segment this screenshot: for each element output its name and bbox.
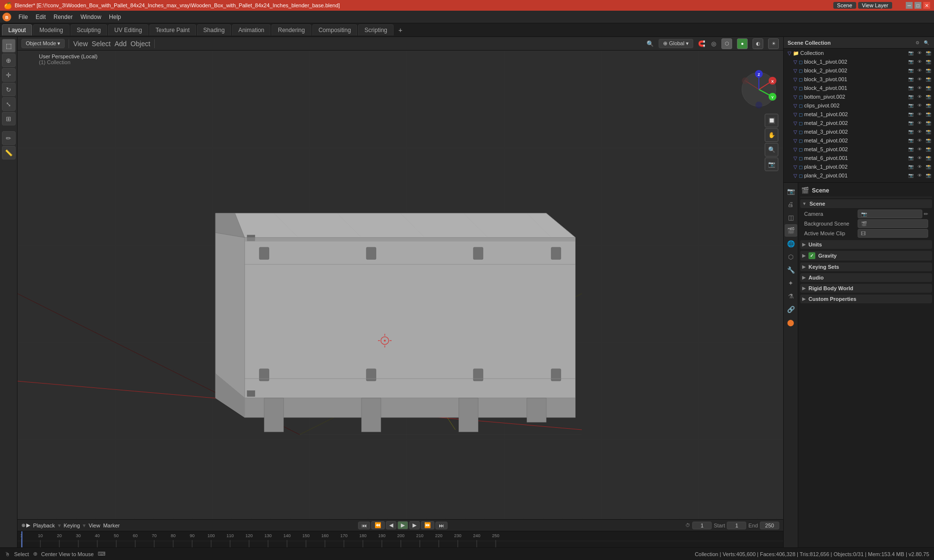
outliner-item-camera-btn[interactable]: 📷 <box>907 75 915 83</box>
gravity-section-header[interactable]: ▶ ✓ Gravity <box>800 251 932 261</box>
outliner-item-eye-btn[interactable]: 👁 <box>916 67 923 74</box>
add-workspace-button[interactable]: + <box>395 24 406 36</box>
menu-edit[interactable]: Edit <box>32 13 50 21</box>
select-tool[interactable]: ⬚ <box>2 39 16 52</box>
outliner-item-eye-btn[interactable]: 👁 <box>916 154 923 162</box>
object-mode-selector[interactable]: Object Mode ▾ <box>21 39 65 48</box>
outliner-item[interactable]: ▽ ◻ metal_2_pivot.002 📷 👁 📸 <box>784 119 934 127</box>
camera-view-btn[interactable]: 📷 <box>765 158 778 171</box>
solid-shading-btn[interactable]: ● <box>737 38 748 49</box>
scene-section-header[interactable]: ▼ Scene <box>800 199 932 208</box>
outliner-item-render-btn[interactable]: 📸 <box>924 137 932 144</box>
audio-section-header[interactable]: ▶ Audio <box>800 273 932 282</box>
outliner-item-eye-btn[interactable]: 👁 <box>916 163 923 171</box>
view-layer-selector[interactable]: View Layer <box>858 2 892 9</box>
constraints-props-tab[interactable]: 🔗 <box>785 303 797 315</box>
camera-value[interactable]: 📷 <box>858 210 922 218</box>
outliner-item-render-btn[interactable]: 📸 <box>924 128 932 136</box>
outliner-item-render-btn[interactable]: 📸 <box>924 49 932 57</box>
outliner-item-render-btn[interactable]: 📸 <box>924 163 932 171</box>
tab-uv-editing[interactable]: UV Editing <box>108 24 148 35</box>
end-frame-input[interactable]: 250 <box>760 522 779 529</box>
view-menu-timeline[interactable]: View <box>89 523 100 528</box>
outliner-item[interactable]: ▽ ◻ clips_pivot.002 📷 👁 📸 <box>784 101 934 110</box>
outliner-item[interactable]: ▽ ◻ bottom_pivot.002 📷 👁 📸 <box>784 92 934 101</box>
outliner-item-render-btn[interactable]: 📸 <box>924 154 932 162</box>
outliner-item-eye-btn[interactable]: 👁 <box>916 58 923 66</box>
outliner-item-eye-btn[interactable]: 👁 <box>916 93 923 101</box>
prev-frame-btn[interactable]: ◀ <box>386 521 396 529</box>
timeline-mode-selector[interactable]: ⊕ ▶ <box>21 522 30 528</box>
outliner-item-camera-btn[interactable]: 📷 <box>907 67 915 74</box>
outliner-item[interactable]: ▽ 📁 Collection 📷 👁 📸 <box>784 49 934 57</box>
outliner-item-camera-btn[interactable]: 📷 <box>907 84 915 92</box>
close-button[interactable]: ✕ <box>923 2 930 9</box>
outliner-item-camera-btn[interactable]: 📷 <box>907 137 915 144</box>
render-props-tab[interactable]: 📷 <box>785 185 797 197</box>
start-frame-input[interactable]: 1 <box>727 522 746 529</box>
tab-sculpting[interactable]: Sculpting <box>71 24 107 35</box>
outliner-item-camera-btn[interactable]: 📷 <box>907 154 915 162</box>
move-tool[interactable]: ✛ <box>2 68 16 82</box>
transform-tool[interactable]: ⊞ <box>2 112 16 125</box>
outliner-item[interactable]: ▽ ◻ metal_5_pivot.002 📷 👁 📸 <box>784 145 934 154</box>
navigation-gizmo[interactable]: X Y Z <box>739 70 778 109</box>
outliner-item-camera-btn[interactable]: 📷 <box>907 128 915 136</box>
outliner-item[interactable]: ▽ ◻ metal_3_pivot.002 📷 👁 📸 <box>784 127 934 136</box>
scene-canvas[interactable]: X Y Z 🔲 ✋ 🔍 📷 <box>18 51 783 547</box>
timeline-ruler[interactable]: 1 10 20 30 40 50 60 70 <box>18 531 783 547</box>
outliner-item-render-btn[interactable]: 📸 <box>924 67 932 74</box>
minimize-button[interactable]: ─ <box>906 2 913 9</box>
tab-texture-paint[interactable]: Texture Paint <box>149 24 196 35</box>
scene-props-tab[interactable]: 🎬 <box>785 224 797 237</box>
outliner-item-eye-btn[interactable]: 👁 <box>916 128 923 136</box>
viewport-overlay-btn[interactable]: ◎ <box>711 40 716 47</box>
current-frame-display[interactable]: 1 <box>692 522 712 529</box>
snap-icon[interactable]: 🧲 <box>698 40 705 47</box>
tab-scripting[interactable]: Scripting <box>358 24 394 35</box>
outliner-item-eye-btn[interactable]: 👁 <box>916 84 923 92</box>
particles-props-tab[interactable]: ✦ <box>785 277 797 289</box>
outliner-item[interactable]: ▽ ◻ metal_6_pivot.001 📷 👁 📸 <box>784 154 934 162</box>
tab-layout[interactable]: Layout <box>2 24 32 35</box>
outliner-item-render-btn[interactable]: 📸 <box>924 110 932 118</box>
wireframe-shading-btn[interactable]: ⬡ <box>721 38 732 49</box>
outliner-item-eye-btn[interactable]: 👁 <box>916 172 923 179</box>
active-movie-clip-value[interactable]: 🎞 <box>858 229 928 238</box>
view-layer-props-tab[interactable]: ◫ <box>785 211 797 224</box>
outliner-item-render-btn[interactable]: 📸 <box>924 75 932 83</box>
outliner-item-eye-btn[interactable]: 👁 <box>916 49 923 57</box>
zoom-in-btn[interactable]: 🔲 <box>765 114 778 127</box>
engine-selector[interactable]: Scene <box>833 2 856 9</box>
tab-compositing[interactable]: Compositing <box>312 24 358 35</box>
tab-shading[interactable]: Shading <box>197 24 231 35</box>
global-transform-selector[interactable]: ⊕ Global ▾ <box>659 39 693 48</box>
world-props-tab[interactable]: 🌐 <box>785 237 797 250</box>
menu-window[interactable]: Window <box>76 13 105 21</box>
outliner-item-camera-btn[interactable]: 📷 <box>907 110 915 118</box>
marker-menu[interactable]: Marker <box>103 523 120 528</box>
outliner-item-eye-btn[interactable]: 👁 <box>916 75 923 83</box>
viewport-object-menu[interactable]: Object <box>130 40 150 48</box>
outliner-search-btn[interactable]: 🔍 <box>922 39 930 47</box>
outliner-item-eye-btn[interactable]: 👁 <box>916 110 923 118</box>
viewport-view-menu[interactable]: View <box>73 40 88 48</box>
next-keyframe-btn[interactable]: ⏩ <box>421 521 434 529</box>
outliner-item-render-btn[interactable]: 📸 <box>924 84 932 92</box>
jump-end-btn[interactable]: ⏭ <box>435 522 448 529</box>
outliner-item-camera-btn[interactable]: 📷 <box>907 49 915 57</box>
playhead[interactable] <box>21 531 22 547</box>
outliner-item[interactable]: ▽ ◻ plank_1_pivot.002 📷 👁 📸 <box>784 162 934 171</box>
next-frame-btn[interactable]: ▶ <box>409 521 420 529</box>
outliner-item-render-btn[interactable]: 📸 <box>924 102 932 109</box>
viewport-select-menu[interactable]: Select <box>92 40 111 48</box>
material-props-tab[interactable]: ⬤ <box>785 316 797 329</box>
keying-menu[interactable]: Keying <box>64 523 80 528</box>
outliner-item-eye-btn[interactable]: 👁 <box>916 119 923 127</box>
rigid-body-world-section-header[interactable]: ▶ Rigid Body World <box>800 284 932 293</box>
play-btn[interactable]: ▶ <box>397 521 408 529</box>
units-section-header[interactable]: ▶ Units <box>800 240 932 249</box>
rendered-shading-btn[interactable]: ☀ <box>768 38 779 49</box>
outliner-item[interactable]: ▽ ◻ block_3_pivot.001 📷 👁 📸 <box>784 75 934 84</box>
background-scene-value[interactable]: 🎬 <box>858 219 928 228</box>
